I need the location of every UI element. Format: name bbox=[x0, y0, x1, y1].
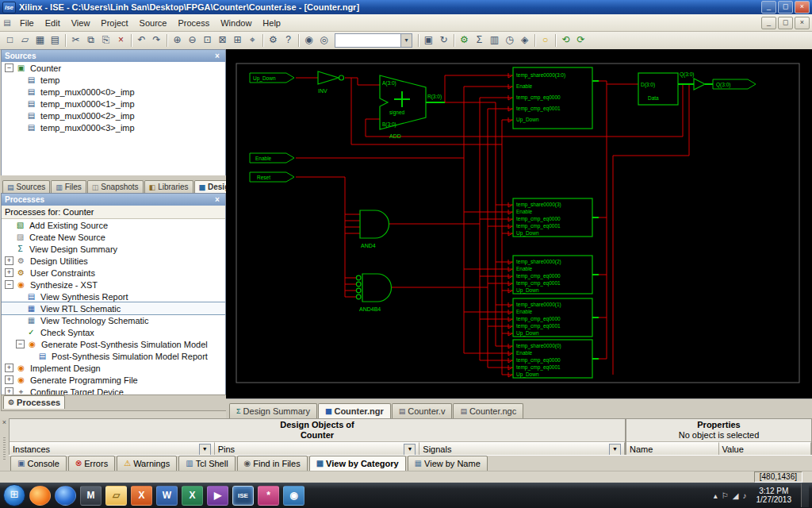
menu-file[interactable]: File bbox=[14, 16, 40, 30]
menu-project[interactable]: Project bbox=[95, 16, 133, 30]
schematic-viewer[interactable]: Up_Down INV A(3:0) B(3:0) R(3:0) signed … bbox=[226, 49, 812, 398]
reset-pin[interactable]: Reset bbox=[250, 172, 294, 182]
tree-expander-icon[interactable]: + bbox=[5, 364, 13, 372]
inverter-gate[interactable]: INV bbox=[318, 71, 344, 94]
doc-tab-design-summary[interactable]: ΣDesign Summary bbox=[229, 403, 317, 418]
save-icon[interactable]: ▦ bbox=[33, 33, 48, 48]
zoom-out-icon[interactable]: ⊖ bbox=[185, 33, 200, 48]
console-tab-find-in-files[interactable]: ◉Find in Files bbox=[237, 456, 308, 471]
pan-icon[interactable]: ⌖ bbox=[245, 33, 260, 48]
source-item-counter[interactable]: −▣Counter bbox=[2, 62, 225, 74]
output-pin[interactable]: Q(3:0) bbox=[713, 79, 756, 89]
menu-view[interactable]: View bbox=[66, 16, 96, 30]
menu-window[interactable]: Window bbox=[215, 16, 257, 30]
lightbulb-icon[interactable]: ○ bbox=[538, 33, 553, 48]
help-select-icon[interactable]: ? bbox=[281, 33, 296, 48]
zoom-in-icon[interactable]: ⊕ bbox=[170, 33, 185, 48]
timing-analyzer-icon[interactable]: ◷ bbox=[502, 33, 517, 48]
tree-expander-icon[interactable]: + bbox=[5, 375, 13, 384]
start-button[interactable]: ⊞ bbox=[3, 484, 25, 506]
console-tab-view-by-category[interactable]: ▦View by Category bbox=[309, 456, 406, 471]
file-explorer-icon[interactable]: ▱ bbox=[105, 486, 127, 506]
source-item-temp-mux0000-3-imp[interactable]: ▤temp_mux0000<3>_imp bbox=[2, 121, 225, 133]
doc-tab-counter-ngc[interactable]: ▤Counter.ngc bbox=[453, 403, 523, 418]
tab-libraries[interactable]: ◧Libraries bbox=[144, 180, 193, 193]
process-item-synthesize-xst[interactable]: −◉Synthesize - XST bbox=[2, 279, 225, 291]
output-buffer[interactable] bbox=[694, 79, 705, 90]
processes-close-icon[interactable]: × bbox=[213, 195, 222, 204]
register-block[interactable]: D(3:0) Data Q(3:0) bbox=[638, 71, 694, 105]
minimize-button[interactable]: _ bbox=[761, 1, 776, 13]
delete-icon[interactable]: × bbox=[113, 33, 128, 48]
toolbar-search-combo[interactable]: ▾ bbox=[335, 33, 412, 48]
source-item-temp[interactable]: ▤temp bbox=[2, 74, 225, 86]
ise-project-navigator-icon[interactable]: ISE bbox=[232, 486, 254, 506]
tab-snapshots[interactable]: ◫Snapshots bbox=[87, 180, 144, 193]
process-item-view-design-summary[interactable]: ΣView Design Summary bbox=[2, 243, 225, 255]
console-tab-console[interactable]: ▣Console bbox=[10, 456, 67, 471]
wrench-icon[interactable]: ⚙ bbox=[266, 33, 281, 48]
run-process-icon[interactable]: ⚙ bbox=[457, 33, 472, 48]
media-player-icon[interactable]: ▶ bbox=[207, 486, 228, 506]
excel-icon[interactable]: X bbox=[182, 486, 203, 506]
menu-process[interactable]: Process bbox=[172, 16, 215, 30]
zoom-selection-icon[interactable]: ⊠ bbox=[215, 33, 230, 48]
refresh-icon[interactable]: ↻ bbox=[436, 33, 451, 48]
and4-gate[interactable]: AND4 bbox=[360, 210, 389, 248]
print-icon[interactable]: ▤ bbox=[48, 33, 63, 48]
console-tab-view-by-name[interactable]: ▦View by Name bbox=[408, 456, 488, 471]
find-in-files-icon[interactable]: ◎ bbox=[316, 33, 331, 48]
undo-icon[interactable]: ↶ bbox=[134, 33, 149, 48]
view-summary-icon[interactable]: Σ bbox=[472, 33, 487, 48]
enable-pin[interactable]: Enable bbox=[250, 153, 294, 163]
cut-icon[interactable]: ✂ bbox=[68, 33, 83, 48]
menu-edit[interactable]: Edit bbox=[40, 16, 66, 30]
new-file-icon[interactable]: □ bbox=[2, 33, 17, 48]
tray-expand-icon[interactable]: ▴ bbox=[714, 491, 718, 500]
and4b4-gate[interactable]: AND4B4 bbox=[356, 274, 391, 312]
tree-expander-icon[interactable]: − bbox=[16, 340, 25, 348]
filter-icon[interactable]: ▼ bbox=[199, 444, 211, 456]
maxthon-icon[interactable]: M bbox=[80, 486, 102, 506]
transcript-close-icon[interactable]: × bbox=[2, 418, 6, 426]
tab-sources[interactable]: ▤Sources bbox=[2, 180, 50, 193]
show-desktop-button[interactable] bbox=[801, 483, 809, 507]
child-minimize-button[interactable]: _ bbox=[761, 17, 776, 29]
process-item-implement-design[interactable]: +◉Implement Design bbox=[2, 362, 225, 374]
combo-arrow-icon[interactable]: ▾ bbox=[400, 34, 412, 47]
back-icon[interactable]: ⟲ bbox=[558, 33, 573, 48]
filter-icon[interactable]: ▼ bbox=[609, 444, 621, 456]
process-item-post-synthesis-simulation-model-report[interactable]: ▤Post-Synthesis Simulation Model Report bbox=[2, 350, 225, 362]
menu-help[interactable]: Help bbox=[257, 16, 286, 30]
tree-expander-icon[interactable]: + bbox=[5, 256, 13, 265]
constraints-editor-icon[interactable]: ▥ bbox=[487, 33, 502, 48]
child-close-button[interactable]: × bbox=[795, 17, 810, 29]
tab-processes[interactable]: ⚙ Processes bbox=[3, 395, 65, 409]
firefox-icon[interactable] bbox=[29, 486, 51, 506]
process-item-check-syntax[interactable]: ✓Check Syntax bbox=[2, 326, 225, 338]
console-tab-warnings[interactable]: ⚠Warnings bbox=[117, 456, 177, 471]
process-item-generate-programming-file[interactable]: +◉Generate Programming File bbox=[2, 374, 225, 386]
tray-network-icon[interactable]: ◢ bbox=[733, 491, 739, 500]
adder-block[interactable]: A(3:0) B(3:0) R(3:0) signed ADD bbox=[380, 75, 442, 139]
sources-close-icon[interactable]: × bbox=[213, 52, 222, 60]
forward-icon[interactable]: ⟳ bbox=[573, 33, 588, 48]
console-tab-errors[interactable]: ⊗Errors bbox=[68, 456, 115, 471]
rtl-schematic[interactable]: Up_Down INV A(3:0) B(3:0) R(3:0) signed … bbox=[226, 49, 812, 398]
zoom-full-icon[interactable]: ⊡ bbox=[200, 33, 215, 48]
new-window-icon[interactable]: ▣ bbox=[421, 33, 436, 48]
tree-expander-icon[interactable]: − bbox=[5, 64, 13, 72]
child-restore-button[interactable]: ◻ bbox=[778, 17, 793, 29]
impact-icon[interactable]: ◈ bbox=[517, 33, 532, 48]
maximize-button[interactable]: ◻ bbox=[778, 1, 793, 13]
copy-icon[interactable]: ⧉ bbox=[83, 33, 98, 48]
tray-flag-icon[interactable]: ⚐ bbox=[722, 491, 729, 500]
close-button[interactable]: × bbox=[795, 1, 810, 13]
source-item-temp-mux0000-2-imp[interactable]: ▤temp_mux0000<2>_imp bbox=[2, 110, 225, 121]
tree-expander-icon[interactable]: + bbox=[5, 268, 13, 277]
photo-viewer-icon[interactable]: * bbox=[258, 486, 279, 506]
tray-volume-icon[interactable]: ♪ bbox=[743, 491, 747, 500]
process-item-user-constraints[interactable]: +⚙User Constraints bbox=[2, 267, 225, 279]
taskbar-clock[interactable]: 3:12 PM 1/27/2013 bbox=[752, 487, 797, 504]
process-item-add-existing-source[interactable]: ▧Add Existing Source bbox=[2, 219, 225, 231]
